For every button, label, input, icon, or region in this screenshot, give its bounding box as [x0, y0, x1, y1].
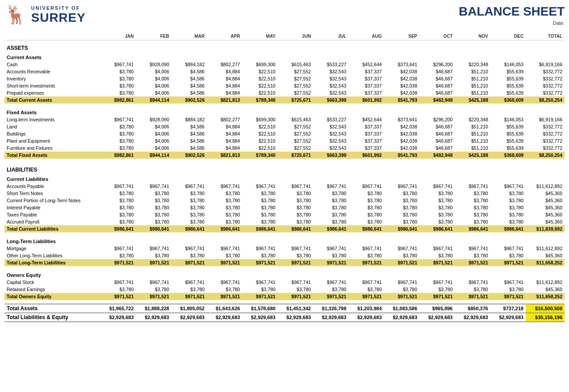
liabilities-header: LIABILITIES [4, 162, 565, 174]
fixed-assets-header: Fixed Assets [4, 107, 565, 116]
cash-label: Cash [4, 61, 100, 68]
balance-sheet-table: JAN FEB MAR APR MAY JUN JUL AUG SEP OCT … [4, 32, 565, 322]
furniture-fixtures-row: Furniture and Fixtures $3,780 $4,006 $4,… [4, 144, 565, 152]
taxes-payable-row: Taxes Payable $3,780 $3,780 $3,780 $3,78… [4, 211, 565, 218]
total-owners-equity-row: Total Owners Equity $971,521 $971,521 $9… [4, 293, 565, 300]
ar-label: Accounts Receivable [4, 68, 100, 75]
cash-mar: $884,182 [172, 61, 207, 68]
buildings-row: Buildings $3,780 $4,006 $4,586 $4,884 $2… [4, 130, 565, 137]
assets-header: ASSETS [4, 40, 565, 52]
col-jan: JAN [100, 32, 136, 40]
cash-apr: $802,277 [207, 61, 242, 68]
cash-jul: $533,227 [313, 61, 349, 68]
long-term-liabilities-header: Long-Term Liabilities [4, 236, 565, 245]
cash-total: $6,919,166 [526, 61, 565, 68]
logo-text: UNIVERSITY OF SURREY [31, 5, 86, 25]
current-portion-lt-notes-row: Current Portion of Long-Term Notes $3,78… [4, 197, 565, 204]
long-term-investments-row: Long-term Investments $967,741 $928,090 … [4, 116, 565, 123]
total-liabilities-equity-row: Total Liabilities & Equity $2,929,683 $2… [4, 313, 565, 322]
cash-feb: $928,090 [136, 61, 172, 68]
spacer3 [4, 232, 565, 236]
col-label [4, 32, 100, 40]
col-jun: JUN [278, 32, 313, 40]
other-lt-liabilities-row: Other Long-Term Liabilities $3,780 $3,78… [4, 252, 565, 259]
interest-payable-row: Interest Payable $3,780 $3,780 $3,780 $3… [4, 204, 565, 211]
cash-dec: $146,053 [490, 61, 526, 68]
col-mar: MAR [172, 32, 207, 40]
spacer1 [4, 104, 565, 107]
cash-sep: $373,641 [384, 61, 420, 68]
total-current-assets-row: Total Current Assets $982,861 $944,114 $… [4, 96, 565, 104]
col-may: MAY [242, 32, 278, 40]
capital-stock-row: Capital Stock $967,741 $967,741 $967,741… [4, 279, 565, 286]
logo-area: 🦌 UNIVERSITY OF SURREY [4, 4, 86, 25]
col-jul: JUL [313, 32, 349, 40]
cash-row: Cash $967,741 $928,090 $884,182 $802,277… [4, 61, 565, 68]
total-fixed-assets-row: Total Fixed Assets $982,861 $944,114 $90… [4, 152, 565, 159]
date-label: Date: [459, 20, 565, 26]
page-container: 🦌 UNIVERSITY OF SURREY BALANCE SHEET Dat… [4, 4, 565, 322]
land-row: Land $3,780 $4,006 $4,586 $4,884 $22,510… [4, 123, 565, 130]
cash-oct: $296,200 [420, 61, 455, 68]
short-term-notes-row: Short Term Notes $3,780 $3,780 $3,780 $3… [4, 190, 565, 197]
total-assets-row: Total Assets $1,965,722 $1,888,228 $1,80… [4, 304, 565, 313]
header: 🦌 UNIVERSITY OF SURREY BALANCE SHEET Dat… [4, 4, 565, 26]
cash-jan: $967,741 [100, 61, 136, 68]
surrey-label: SURREY [31, 11, 86, 25]
col-aug: AUG [349, 32, 384, 40]
accounts-payable-row: Accounts Payable $967,741 $967,741 $967,… [4, 183, 565, 190]
accounts-receivable-row: Accounts Receivable $3,780 $4,006 $4,586… [4, 68, 565, 75]
cash-jun: $615,463 [278, 61, 313, 68]
inventory-row: Inventory $3,780 $4,006 $4,586 $4,884 $2… [4, 75, 565, 82]
total-lt-liabilities-row: Total Long-Term Liabilities $971,521 $97… [4, 259, 565, 266]
retained-earnings-row: Retained Earnings $3,780 $3,780 $3,780 $… [4, 286, 565, 293]
total-current-liabilities-row: Total Current Liabilities $986,641 $986,… [4, 225, 565, 232]
deer-icon: 🦌 [4, 4, 27, 25]
page-title: BALANCE SHEET [459, 4, 565, 19]
col-apr: APR [207, 32, 242, 40]
accrued-payroll-row: Accrued Payroll $3,780 $3,780 $3,780 $3,… [4, 218, 565, 225]
spacer2 [4, 159, 565, 162]
university-of-label: UNIVERSITY OF [31, 5, 86, 11]
col-total: TOTAL [526, 32, 565, 40]
mortgage-row: Mortgage $967,741 $967,741 $967,741 $967… [4, 245, 565, 252]
cash-nov: $220,348 [455, 61, 490, 68]
col-sep: SEP [384, 32, 420, 40]
column-headers: JAN FEB MAR APR MAY JUN JUL AUG SEP OCT … [4, 32, 565, 40]
title-area: BALANCE SHEET Date: [459, 4, 565, 26]
col-dec: DEC [490, 32, 526, 40]
prepaid-expenses-row: Prepaid expenses $3,780 $4,006 $4,586 $4… [4, 89, 565, 96]
current-assets-header: Current Assets [4, 52, 565, 61]
col-feb: FEB [136, 32, 172, 40]
spacer4 [4, 266, 565, 270]
col-nov: NOV [455, 32, 490, 40]
current-liabilities-header: Current Liabilities [4, 174, 565, 183]
spacer5 [4, 300, 565, 304]
cash-aug: $452,644 [349, 61, 384, 68]
col-oct: OCT [420, 32, 455, 40]
plant-equipment-row: Plant and Equipment $3,780 $4,006 $4,586… [4, 137, 565, 144]
cash-may: $699,300 [242, 61, 278, 68]
owners-equity-header: Owners Equity [4, 270, 565, 279]
short-term-investments-row: Short-term Investments $3,780 $4,006 $4,… [4, 82, 565, 89]
